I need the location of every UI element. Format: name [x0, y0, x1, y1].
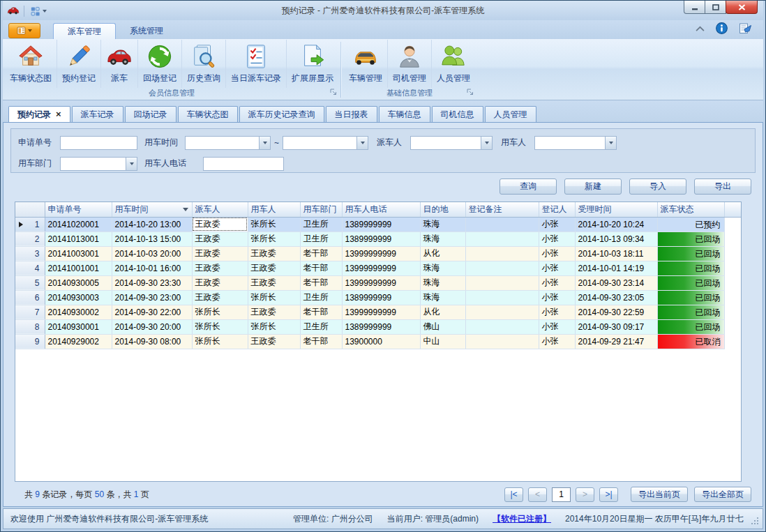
- table-cell[interactable]: 1389999999: [342, 217, 420, 231]
- export-all-pages-button[interactable]: 导出全部页: [694, 487, 751, 502]
- table-cell-status[interactable]: 已回场: [657, 246, 724, 261]
- export-current-page-button[interactable]: 导出当前页: [631, 487, 688, 502]
- dispatcher-input[interactable]: [410, 136, 481, 150]
- table-cell[interactable]: 1389999999: [342, 231, 420, 246]
- table-cell[interactable]: 王政委: [192, 231, 248, 246]
- table-cell[interactable]: 老干部: [300, 246, 342, 261]
- table-cell[interactable]: 20140930005: [45, 275, 112, 290]
- table-cell[interactable]: 老干部: [300, 261, 342, 275]
- ribbon-button-reservation-register[interactable]: 预约登记: [57, 40, 101, 88]
- table-cell-status[interactable]: 已回场: [657, 261, 724, 275]
- last-page-button[interactable]: >|: [599, 487, 618, 502]
- column-header-6[interactable]: 用车人电话: [342, 202, 420, 217]
- table-cell[interactable]: 2014-10-20 10:24: [575, 217, 657, 231]
- phone-input[interactable]: [203, 157, 284, 171]
- table-cell[interactable]: 20141003001: [45, 246, 112, 261]
- table-cell[interactable]: 2014-10-20 13:00: [112, 217, 192, 231]
- column-header-4[interactable]: 用车人: [248, 202, 300, 217]
- row-selector[interactable]: 5: [15, 275, 45, 290]
- table-cell[interactable]: 2014-09-29 21:47: [575, 334, 657, 349]
- column-header-5[interactable]: 用车部门: [300, 202, 342, 217]
- ribbon-button-vehicle-manage[interactable]: 车辆管理: [344, 40, 388, 88]
- ribbon-button-vehicle-status-chart[interactable]: 车辆状态图: [5, 40, 57, 88]
- maximize-button[interactable]: [705, 1, 726, 14]
- table-cell[interactable]: [465, 217, 539, 231]
- table-cell[interactable]: 20141020001: [45, 217, 112, 231]
- dept-input[interactable]: [60, 157, 126, 171]
- ribbon-tab-system[interactable]: 系统管理: [116, 23, 177, 39]
- table-cell[interactable]: 张所长: [192, 334, 248, 349]
- table-cell[interactable]: 2014-09-30 08:00: [112, 334, 192, 349]
- table-cell-status[interactable]: 已回场: [657, 275, 724, 290]
- table-cell[interactable]: 张所长: [192, 305, 248, 319]
- table-cell[interactable]: 王政委: [192, 246, 248, 261]
- table-cell[interactable]: 20140929002: [45, 334, 112, 349]
- next-page-button[interactable]: >: [576, 487, 594, 502]
- table-cell[interactable]: 王政委: [248, 246, 300, 261]
- table-cell[interactable]: 20140930003: [45, 290, 112, 305]
- table-row[interactable]: 9201409290022014-09-30 08:00张所长王政委老干部139…: [15, 334, 741, 349]
- ribbon-button-driver-manage[interactable]: 司机管理: [388, 40, 432, 88]
- table-row[interactable]: 5201409300052014-09-30 23:30王政委王政委老干部139…: [15, 275, 741, 290]
- table-cell[interactable]: 卫生所: [300, 290, 342, 305]
- prev-page-button[interactable]: <: [528, 487, 547, 502]
- table-cell[interactable]: 2014-09-30 22:00: [112, 305, 192, 319]
- column-header-8[interactable]: 登记备注: [465, 202, 539, 217]
- table-cell-status[interactable]: 已回场: [657, 290, 724, 305]
- table-cell[interactable]: 2014-09-30 09:17: [575, 319, 657, 334]
- car-user-input[interactable]: [534, 136, 605, 150]
- table-cell[interactable]: 2014-10-01 16:00: [112, 261, 192, 275]
- column-header-3[interactable]: 派车人: [192, 202, 248, 217]
- doc-tab-1[interactable]: 派车记录: [72, 106, 123, 122]
- doc-tab-2[interactable]: 回场记录: [125, 106, 177, 122]
- doc-tab-6[interactable]: 车辆信息: [379, 106, 430, 122]
- table-cell[interactable]: 2014-10-01 14:19: [575, 261, 657, 275]
- collapse-ribbon-button[interactable]: [696, 24, 705, 34]
- table-cell[interactable]: 2014-09-30 23:14: [575, 275, 657, 290]
- license-registered-link[interactable]: 【软件已注册】: [493, 513, 551, 525]
- chevron-down-icon[interactable]: [356, 136, 368, 150]
- doc-tab-0[interactable]: 预约记录×: [8, 106, 70, 122]
- ribbon-button-dispatch[interactable]: 派车: [101, 40, 138, 88]
- first-page-button[interactable]: |<: [504, 487, 523, 502]
- row-selector[interactable]: 7: [15, 305, 45, 319]
- table-row[interactable]: 8201409300012014-09-30 20:00张所长张所长卫生所138…: [15, 319, 741, 334]
- table-cell[interactable]: 从化: [420, 305, 465, 319]
- query-button[interactable]: 查询: [500, 178, 557, 195]
- doc-tab-8[interactable]: 人员管理: [485, 106, 536, 122]
- column-header-1[interactable]: 申请单号: [45, 202, 112, 217]
- table-cell[interactable]: 13999999999: [342, 275, 420, 290]
- table-row[interactable]: 6201409300032014-09-30 23:00王政委张所长卫生所138…: [15, 290, 741, 305]
- dialog-launcher-icon[interactable]: [467, 88, 474, 98]
- column-header-11[interactable]: 派车状态: [657, 202, 724, 217]
- table-cell[interactable]: 卫生所: [300, 319, 342, 334]
- table-cell[interactable]: [465, 246, 539, 261]
- application-menu-button[interactable]: [8, 23, 40, 38]
- table-cell[interactable]: 1389999999: [342, 290, 420, 305]
- table-cell[interactable]: [465, 261, 539, 275]
- table-cell[interactable]: 王政委: [248, 305, 300, 319]
- table-cell[interactable]: 2014-10-03 20:00: [112, 246, 192, 261]
- table-cell[interactable]: 20141001001: [45, 261, 112, 275]
- table-cell[interactable]: 珠海: [420, 217, 465, 231]
- table-cell-status[interactable]: 已预约: [657, 217, 724, 231]
- table-cell[interactable]: 佛山: [420, 319, 465, 334]
- table-cell[interactable]: 从化: [420, 246, 465, 261]
- doc-tab-5[interactable]: 当日报表: [326, 106, 377, 122]
- quick-access-toolbar[interactable]: [27, 6, 50, 17]
- ribbon-button-return-register[interactable]: 回场登记: [138, 40, 182, 88]
- table-cell[interactable]: 王政委: [192, 261, 248, 275]
- table-cell[interactable]: 2014-09-30 23:30: [112, 275, 192, 290]
- ribbon-button-today-dispatch-records[interactable]: 当日派车记录: [226, 40, 287, 88]
- info-button[interactable]: [716, 22, 728, 36]
- table-row[interactable]: 3201410030012014-10-03 20:00王政委王政委老干部139…: [15, 246, 741, 261]
- table-row[interactable]: 4201410010012014-10-01 16:00王政委王政委老干部139…: [15, 261, 741, 275]
- table-cell[interactable]: 王政委: [192, 275, 248, 290]
- table-cell[interactable]: 13999999999: [342, 261, 420, 275]
- table-cell[interactable]: 小张: [539, 334, 575, 349]
- table-cell[interactable]: 卫生所: [300, 217, 342, 231]
- table-cell[interactable]: 小张: [539, 246, 575, 261]
- chevron-down-icon[interactable]: [259, 136, 271, 150]
- table-cell[interactable]: 小张: [539, 217, 575, 231]
- table-cell[interactable]: [465, 319, 539, 334]
